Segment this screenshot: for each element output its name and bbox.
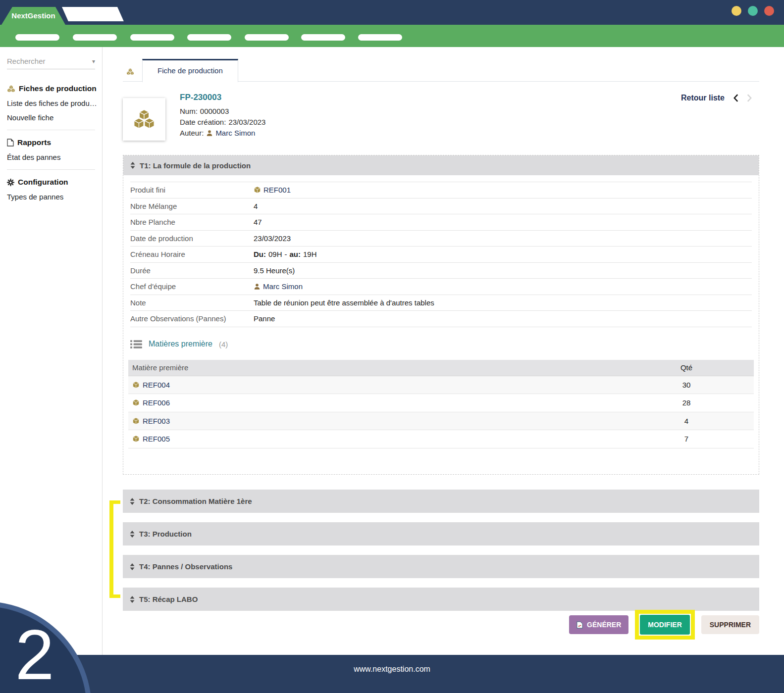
window-minimize-light[interactable] [732,6,741,16]
section-title: T2: Consommation Matière 1ère [139,497,252,505]
tab-fiche-de-production[interactable]: Fiche de production [142,59,238,82]
record-thumbnail [123,98,165,141]
window-close-light[interactable] [764,6,774,16]
field-row: Produit fini REF001 [130,182,752,198]
nav-item-placeholder[interactable] [358,34,402,41]
nav-item-placeholder[interactable] [15,34,59,41]
section-t5-header[interactable]: T5: Récap LABO [123,588,759,611]
app-logo[interactable]: NextGestion [1,7,65,25]
author-value[interactable]: Marc Simon [215,128,255,139]
person-icon [206,130,213,137]
sidebar-item-liste-fiches[interactable]: Liste des fiches de produ… [7,99,102,107]
record-header: FP-230003 Num: 0000003 Date création: 23… [123,93,759,142]
material-qty: 30 [619,381,754,389]
t1-field-list: Produit fini REF001 Nbre Mélange 4 Nbre … [130,182,752,327]
sort-arrows-icon [130,498,135,505]
cube-icon [254,186,261,194]
material-link[interactable]: REF004 [143,381,170,389]
cube-icon [132,399,140,406]
materials-table-header: Matière première Qté [128,360,754,376]
cube-icon [132,435,140,443]
chevron-down-icon: ▾ [92,58,95,65]
cube-icon [132,417,140,425]
highlight-box: MODIFIER [635,610,694,640]
section-title: T1: La formule de la production [140,161,251,170]
search-input[interactable]: Rechercher ▾ [7,57,95,69]
material-link[interactable]: REF005 [143,435,170,443]
produit-fini-link[interactable]: REF001 [263,186,291,194]
sidebar-section-title: Rapports [17,138,51,147]
chevron-right-icon[interactable] [747,94,752,102]
nav-item-placeholder[interactable] [130,34,174,41]
record-title[interactable]: FP-230003 [180,93,265,102]
table-row: REF006 28 [128,394,754,412]
pdf-file-icon [576,621,583,629]
window-controls [732,6,774,16]
table-row: REF004 30 [128,376,754,395]
tab-bar: Fiche de production [123,47,759,82]
footer: www.nextgestion.com [0,655,784,693]
materials-table: Matière première Qté REF004 30 REF006 28 [128,360,754,448]
section-title: T4: Pannes / Observations [139,562,232,571]
section-t3-header[interactable]: T3: Production [123,522,759,545]
section-title: T5: Récap LABO [139,595,198,603]
generate-button[interactable]: GÉNÉRER [569,615,628,634]
num-value: 0000003 [200,106,229,117]
chevron-left-icon[interactable] [733,94,738,102]
material-qty: 4 [619,417,754,425]
sidebar-section-title: Configuration [18,178,68,187]
main-nav [0,25,784,47]
section-t2-header[interactable]: T2: Consommation Matière 1ère [123,490,759,513]
sidebar-section-configuration[interactable]: Configuration [7,178,102,187]
chef-equipe-link[interactable]: Marc Simon [263,282,303,291]
sort-arrows-icon [130,596,135,603]
list-icon [130,340,142,349]
sidebar-item-nouvelle-fiche[interactable]: Nouvelle fiche [7,113,102,122]
field-row: Note Table de réunion peut être assemblé… [130,295,752,311]
col-qte: Qté [619,363,754,372]
field-row: Chef d'équipe Marc Simon [130,279,752,295]
num-label: Num: [180,106,198,117]
section-t4-header[interactable]: T4: Pannes / Observations [123,555,759,578]
modify-button[interactable]: MODIFIER [640,615,689,635]
table-row: REF005 7 [128,430,754,448]
sidebar-section-rapports[interactable]: Rapports [7,138,102,147]
footer-url[interactable]: www.nextgestion.com [354,665,430,673]
window-maximize-light[interactable] [748,6,758,16]
document-icon [7,139,14,147]
sort-arrows-icon [130,531,135,538]
nav-item-placeholder[interactable] [301,34,345,41]
sidebar-item-etat-pannes[interactable]: État des pannes [7,153,102,161]
brand-name: NextGestion [11,11,55,20]
material-link[interactable]: REF006 [143,398,170,407]
delete-button[interactable]: SUPPRIMER [701,615,759,634]
nav-item-placeholder[interactable] [187,34,231,41]
section-t1: T1: La formule de la production Produit … [123,155,759,475]
materials-title[interactable]: Matières première [149,340,212,348]
material-link[interactable]: REF003 [143,417,170,425]
record-info: FP-230003 Num: 0000003 Date création: 23… [180,93,265,139]
step-badge-number: 2 [10,620,59,690]
field-row: Date de production 23/03/2023 [130,231,752,247]
divider [7,169,95,170]
back-to-list-link[interactable]: Retour liste [681,94,725,102]
field-row: Durée 9.5 Heure(s) [130,263,752,279]
date-value: 23/03/2023 [228,117,265,128]
sort-arrows-icon [130,563,135,570]
main-content: Fiche de production FP-230003 Num: 00000… [123,47,759,655]
nav-item-placeholder[interactable] [245,34,289,41]
material-qty: 28 [619,398,754,407]
highlight-bracket [109,500,120,598]
section-t1-header[interactable]: T1: La formule de la production [123,155,759,175]
divider [7,130,95,130]
nav-item-placeholder[interactable] [73,34,117,41]
search-placeholder: Rechercher [7,57,46,65]
sidebar-section-fiches[interactable]: Fiches de production [7,84,102,93]
title-bar: NextGestion [0,0,784,25]
field-row: Autre Observations (Pannes) Panne [130,311,752,327]
materials-heading: Matières première (4) [130,340,759,349]
author-label: Auteur: [180,128,204,139]
material-qty: 7 [619,435,754,443]
materials-count: (4) [219,340,228,348]
sidebar-item-types-pannes[interactable]: Types de pannes [7,193,102,201]
